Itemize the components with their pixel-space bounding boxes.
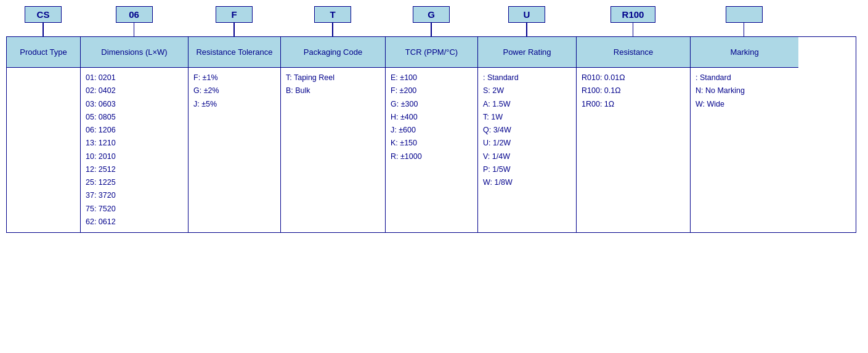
body-tcr: E: ±100 F: ±200 G: ±300 H: ±400 J: ±600 … <box>386 68 477 232</box>
connector-dims <box>134 23 135 36</box>
col-dims: Dimensions (L×W) 01: 0201 02: 0402 03: 0… <box>81 37 189 232</box>
code-box-dims: 06 <box>116 6 153 23</box>
col-res: Resistance R010: 0.01Ω R100: 0.1Ω 1R00: … <box>577 37 691 232</box>
dims-values: 01: 0201 02: 0402 03: 0603 05: 0805 06: … <box>86 73 116 226</box>
code-cell-marking <box>690 6 798 36</box>
connector-res <box>633 23 634 36</box>
connector-product <box>43 23 44 36</box>
header-dims: Dimensions (L×W) <box>81 37 188 68</box>
header-res: Resistance <box>577 37 690 68</box>
code-box-res: R100 <box>610 6 656 23</box>
code-cell-dims: 06 <box>80 6 188 36</box>
code-cell-power: U <box>477 6 576 36</box>
body-dims: 01: 0201 02: 0402 03: 0603 05: 0805 06: … <box>81 68 188 232</box>
code-box-marking <box>726 6 763 23</box>
body-marking: : Standard N: No Marking W: Wide <box>691 68 798 232</box>
connector-pkg <box>332 23 333 36</box>
body-res-tol: F: ±1% G: ±2% J: ±5% <box>189 68 280 232</box>
code-box-res-tol: F <box>216 6 253 23</box>
main-table: Product Type Dimensions (L×W) 01: 0201 0… <box>6 36 856 233</box>
body-res: R010: 0.01Ω R100: 0.1Ω 1R00: 1Ω <box>577 68 690 232</box>
pkg-values: T: Taping Reel B: Bulk <box>286 73 335 95</box>
code-box-pkg: T <box>314 6 351 23</box>
header-tcr: TCR (PPM/°C) <box>386 37 477 68</box>
col-res-tol: Resistance Tolerance F: ±1% G: ±2% J: ±5… <box>189 37 281 232</box>
connector-marking <box>744 23 745 36</box>
header-power: Power Rating <box>478 37 576 68</box>
tcr-values: E: ±100 F: ±200 G: ±300 H: ±400 J: ±600 … <box>391 73 422 161</box>
marking-values: : Standard N: No Marking W: Wide <box>696 73 745 108</box>
code-cell-product: CS <box>6 6 80 36</box>
code-cell-tcr: G <box>385 6 477 36</box>
code-box-product: CS <box>25 6 62 23</box>
col-product: Product Type <box>7 37 81 232</box>
res-tol-values: F: ±1% G: ±2% J: ±5% <box>193 73 219 108</box>
code-box-tcr: G <box>413 6 450 23</box>
code-cell-res-tol: F <box>188 6 280 36</box>
body-product <box>7 68 80 232</box>
body-power: : Standard S: 2W A: 1.5W T: 1W Q: 3/4W U… <box>478 68 576 232</box>
col-marking: Marking : Standard N: No Marking W: Wide <box>691 37 798 232</box>
code-box-power: U <box>508 6 545 23</box>
header-pkg: Packaging Code <box>281 37 385 68</box>
part-number-diagram: CS 06 F T G U R100 <box>6 6 856 233</box>
col-pkg: Packaging Code T: Taping Reel B: Bulk <box>281 37 386 232</box>
header-product: Product Type <box>7 37 80 68</box>
connector-power <box>526 23 527 36</box>
body-pkg: T: Taping Reel B: Bulk <box>281 68 385 232</box>
col-power: Power Rating : Standard S: 2W A: 1.5W T:… <box>478 37 577 232</box>
code-cell-pkg: T <box>280 6 385 36</box>
res-values: R010: 0.01Ω R100: 0.1Ω 1R00: 1Ω <box>582 73 625 108</box>
connector-tcr <box>431 23 432 36</box>
header-res-tol: Resistance Tolerance <box>189 37 280 68</box>
code-row: CS 06 F T G U R100 <box>6 6 856 36</box>
power-values: : Standard S: 2W A: 1.5W T: 1W Q: 3/4W U… <box>483 73 519 187</box>
col-tcr: TCR (PPM/°C) E: ±100 F: ±200 G: ±300 H: … <box>386 37 478 232</box>
header-marking: Marking <box>691 37 798 68</box>
code-cell-res: R100 <box>576 6 690 36</box>
connector-res-tol <box>233 23 235 36</box>
